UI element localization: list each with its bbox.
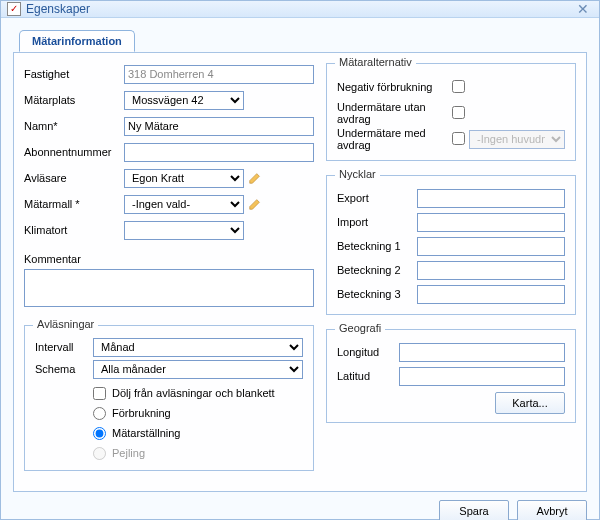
tab-meter-info[interactable]: Mätarinformation bbox=[19, 30, 135, 52]
alt-legend: Mätaralternativ bbox=[335, 56, 416, 68]
fastighet-field bbox=[124, 65, 314, 84]
namn-label: Namn* bbox=[24, 120, 124, 132]
bet1-label: Beteckning 1 bbox=[337, 240, 417, 252]
karta-button[interactable]: Karta... bbox=[495, 392, 565, 414]
import-field[interactable] bbox=[417, 213, 565, 232]
avlasningar-legend: Avläsningar bbox=[33, 318, 98, 330]
matarmall-edit-icon[interactable] bbox=[247, 196, 263, 212]
radio-matarstallning[interactable] bbox=[93, 427, 106, 440]
under-med-label: Undermätare med avdrag bbox=[337, 127, 447, 151]
close-icon[interactable]: ✕ bbox=[573, 1, 593, 17]
klimatort-label: Klimatort bbox=[24, 224, 124, 236]
under-med-checkbox[interactable] bbox=[452, 132, 465, 145]
klimatort-select[interactable] bbox=[124, 221, 244, 240]
matarplats-select[interactable]: Mossvägen 42 bbox=[124, 91, 244, 110]
avlasare-edit-icon[interactable] bbox=[247, 170, 263, 186]
avlasare-label: Avläsare bbox=[24, 172, 124, 184]
intervall-label: Intervall bbox=[35, 341, 93, 353]
bet3-field[interactable] bbox=[417, 285, 565, 304]
huvudmatare-select: -Ingen huvudmätare- bbox=[469, 130, 565, 149]
nycklar-legend: Nycklar bbox=[335, 168, 380, 180]
properties-window: ✓ Egenskaper ✕ Mätarinformation Fastighe… bbox=[0, 0, 600, 520]
radio-pejling-row: Pejling bbox=[93, 444, 303, 462]
under-utan-checkbox[interactable] bbox=[452, 106, 465, 119]
window-title: Egenskaper bbox=[26, 2, 90, 16]
titlebar: ✓ Egenskaper ✕ bbox=[1, 1, 599, 18]
hide-checkbox[interactable] bbox=[93, 387, 106, 400]
bet2-label: Beteckning 2 bbox=[337, 264, 417, 276]
matarmall-select[interactable]: -Ingen vald- bbox=[124, 195, 244, 214]
abonnent-field[interactable] bbox=[124, 143, 314, 162]
fastighet-label: Fastighet bbox=[24, 68, 124, 80]
neg-label: Negativ förbrukning bbox=[337, 81, 447, 93]
under-utan-label: Undermätare utan avdrag bbox=[337, 101, 447, 125]
cancel-button[interactable]: Avbryt bbox=[517, 500, 587, 520]
radio-pejling bbox=[93, 447, 106, 460]
avlasare-select[interactable]: Egon Kratt bbox=[124, 169, 244, 188]
long-label: Longitud bbox=[337, 346, 399, 358]
import-label: Import bbox=[337, 216, 417, 228]
schema-select[interactable]: Alla månader bbox=[93, 360, 303, 379]
lat-field[interactable] bbox=[399, 367, 565, 386]
schema-label: Schema bbox=[35, 363, 93, 375]
forbrukning-label: Förbrukning bbox=[112, 407, 171, 419]
hide-checkbox-row: Dölj från avläsningar och blankett bbox=[93, 384, 303, 402]
matarmall-label: Mätarmall * bbox=[24, 198, 124, 210]
matarstallning-label: Mätarställning bbox=[112, 427, 180, 439]
dialog-buttons: Spara Avbryt bbox=[1, 492, 599, 520]
bet1-field[interactable] bbox=[417, 237, 565, 256]
save-button[interactable]: Spara bbox=[439, 500, 509, 520]
kommentar-field[interactable] bbox=[24, 269, 314, 307]
pejling-label: Pejling bbox=[112, 447, 145, 459]
app-icon: ✓ bbox=[7, 2, 21, 16]
radio-forbrukning-row: Förbrukning bbox=[93, 404, 303, 422]
intervall-select[interactable]: Månad bbox=[93, 338, 303, 357]
geo-legend: Geografi bbox=[335, 322, 385, 334]
kommentar-label: Kommentar bbox=[24, 253, 124, 265]
lat-label: Latitud bbox=[337, 370, 399, 382]
hide-label: Dölj från avläsningar och blankett bbox=[112, 387, 275, 399]
abonnent-label: Abonnentnummer bbox=[24, 146, 124, 158]
bet2-field[interactable] bbox=[417, 261, 565, 280]
tab-panel: Fastighet Mätarplats Mossvägen 42 Namn* bbox=[13, 52, 587, 492]
long-field[interactable] bbox=[399, 343, 565, 362]
export-label: Export bbox=[337, 192, 417, 204]
bet3-label: Beteckning 3 bbox=[337, 288, 417, 300]
neg-checkbox[interactable] bbox=[452, 80, 465, 93]
radio-forbrukning[interactable] bbox=[93, 407, 106, 420]
export-field[interactable] bbox=[417, 189, 565, 208]
matarplats-label: Mätarplats bbox=[24, 94, 124, 106]
namn-field[interactable] bbox=[124, 117, 314, 136]
radio-matarstallning-row: Mätarställning bbox=[93, 424, 303, 442]
